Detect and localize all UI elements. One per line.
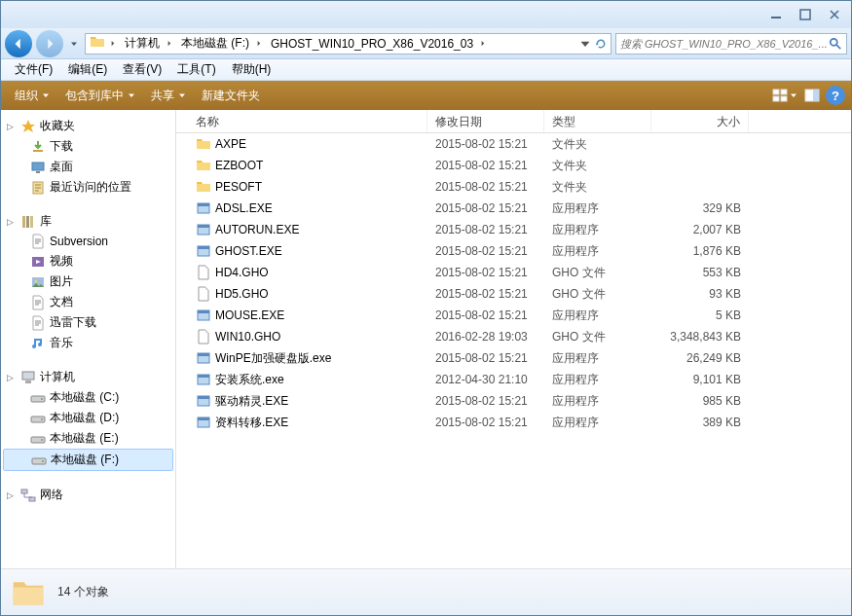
column-name[interactable]: 名称 [176, 110, 427, 132]
maximize-button[interactable] [793, 6, 818, 23]
file-row[interactable]: AXPE2015-08-02 15:21文件夹 [176, 133, 851, 155]
minimize-button[interactable] [763, 6, 789, 23]
file-date: 2015-08-02 15:21 [427, 266, 544, 279]
library-icon [20, 214, 36, 230]
sidebar-item-desktop[interactable]: 桌面 [3, 157, 173, 177]
file-type: 应用程序 [544, 350, 651, 367]
file-type: GHO 文件 [544, 329, 651, 345]
file-row[interactable]: 驱动精灵.EXE2015-08-02 15:21应用程序985 KB [176, 390, 851, 412]
column-date[interactable]: 修改日期 [427, 110, 544, 132]
column-type[interactable]: 类型 [544, 110, 651, 132]
sidebar-item-thunder[interactable]: 迅雷下载 [3, 312, 173, 333]
breadcrumb-segment[interactable]: 计算机 [119, 34, 162, 54]
status-text: 14 个对象 [57, 584, 109, 600]
address-bar[interactable]: 计算机 本地磁盘 (F:) GHOST_WIN10_PRO_X86_V2016_… [85, 33, 611, 54]
file-type: 文件夹 [544, 158, 651, 174]
file-size: 93 KB [651, 287, 749, 301]
recent-icon [30, 180, 46, 196]
sidebar-item-videos[interactable]: 视频 [3, 251, 173, 272]
include-library-button[interactable]: 包含到库中 [57, 84, 143, 108]
doc-icon [30, 295, 46, 310]
sidebar-item-drive-d[interactable]: 本地磁盘 (D:) [3, 408, 173, 428]
share-button[interactable]: 共享 [143, 84, 194, 108]
file-type: GHO 文件 [544, 286, 651, 303]
file-size: 553 KB [651, 266, 749, 279]
file-size: 329 KB [651, 201, 749, 215]
breadcrumb-label: 计算机 [125, 35, 160, 52]
breadcrumb-segment[interactable]: 本地磁盘 (F:) [175, 34, 251, 54]
file-name: ADSL.EXE [215, 201, 273, 215]
file-date: 2015-08-02 15:21 [427, 159, 544, 172]
navigation-pane: ▷收藏夹 下载 桌面 最近访问的位置 ▷库 Subversion 视频 图片 文… [1, 110, 176, 568]
menu-edit[interactable]: 编辑(E) [60, 59, 115, 80]
history-dropdown[interactable] [67, 34, 81, 54]
file-row[interactable]: GHOST.EXE2015-08-02 15:21应用程序1,876 KB [176, 240, 851, 262]
sidebar-item-pictures[interactable]: 图片 [3, 272, 173, 292]
file-date: 2015-08-02 15:21 [427, 201, 544, 215]
column-size[interactable]: 大小 [651, 110, 749, 132]
help-button[interactable]: ? [826, 86, 845, 105]
video-icon [30, 254, 46, 270]
file-row[interactable]: ADSL.EXE2015-08-02 15:21应用程序329 KB [176, 198, 851, 219]
view-options-button[interactable] [771, 84, 798, 107]
sidebar-item-subversion[interactable]: Subversion [3, 232, 173, 251]
group-label: 收藏夹 [40, 118, 75, 134]
menu-help[interactable]: 帮助(H) [224, 59, 279, 80]
new-folder-button[interactable]: 新建文件夹 [194, 84, 268, 108]
file-size: 5 KB [651, 308, 749, 322]
back-button[interactable] [5, 30, 32, 57]
menu-tools[interactable]: 工具(T) [169, 59, 223, 80]
file-name: EZBOOT [215, 159, 263, 172]
file-row[interactable]: EZBOOT2015-08-02 15:21文件夹 [176, 155, 851, 176]
file-name: 资料转移.EXE [215, 415, 288, 431]
menu-view[interactable]: 查看(V) [115, 59, 169, 80]
sidebar-item-downloads[interactable]: 下载 [3, 136, 173, 157]
file-row[interactable]: WIN10.GHO2016-02-28 19:03GHO 文件3,348,843… [176, 326, 851, 347]
status-bar: 14 个对象 [1, 568, 851, 615]
doc-icon [30, 315, 46, 331]
computer-group[interactable]: ▷计算机 [3, 367, 173, 387]
column-headers: 名称 修改日期 类型 大小 [176, 110, 851, 133]
file-row[interactable]: WinPE加强硬盘版.exe2015-08-02 15:21应用程序26,249… [176, 347, 851, 369]
file-row[interactable]: HD5.GHO2015-08-02 15:21GHO 文件93 KB [176, 283, 851, 305]
sidebar-item-drive-f[interactable]: 本地磁盘 (F:) [3, 449, 173, 471]
file-date: 2015-08-02 15:21 [427, 394, 544, 408]
search-box[interactable] [615, 33, 847, 54]
forward-button[interactable] [36, 30, 63, 57]
file-icon [196, 265, 211, 280]
libraries-group[interactable]: ▷库 [3, 211, 173, 232]
preview-pane-button[interactable] [798, 84, 826, 107]
search-input[interactable] [620, 38, 829, 50]
computer-icon [20, 370, 36, 385]
file-row[interactable]: 安装系统.exe2012-04-30 21:10应用程序9,101 KB [176, 369, 851, 390]
favorites-group[interactable]: ▷收藏夹 [3, 116, 173, 136]
drive-icon [30, 431, 46, 447]
file-row[interactable]: HD4.GHO2015-08-02 15:21GHO 文件553 KB [176, 262, 851, 283]
sidebar-item-documents[interactable]: 文档 [3, 292, 173, 312]
sidebar-item-drive-c[interactable]: 本地磁盘 (C:) [3, 387, 173, 408]
dropdown-icon[interactable] [579, 38, 591, 50]
file-size: 26,249 KB [651, 351, 749, 365]
file-size: 3,348,843 KB [651, 330, 749, 344]
file-row[interactable]: PESOFT2015-08-02 15:21文件夹 [176, 176, 851, 198]
group-label: 库 [40, 213, 52, 230]
network-group[interactable]: ▷网络 [3, 485, 173, 505]
group-label: 网络 [40, 487, 63, 503]
file-icon [196, 350, 211, 366]
organize-button[interactable]: 组织 [7, 84, 57, 108]
close-button[interactable] [822, 6, 847, 23]
refresh-icon[interactable] [595, 38, 607, 50]
file-row[interactable]: 资料转移.EXE2015-08-02 15:21应用程序389 KB [176, 412, 851, 433]
drive-icon [30, 390, 46, 406]
file-name: 驱动精灵.EXE [215, 393, 288, 410]
sidebar-item-drive-e[interactable]: 本地磁盘 (E:) [3, 428, 173, 449]
file-icon [196, 179, 211, 195]
breadcrumb-segment[interactable]: GHOST_WIN10_PRO_X86_V2016_03 [265, 34, 475, 54]
file-icon [196, 222, 211, 237]
search-icon[interactable] [829, 37, 842, 51]
menu-file[interactable]: 文件(F) [7, 59, 60, 80]
file-row[interactable]: AUTORUN.EXE2015-08-02 15:21应用程序2,007 KB [176, 219, 851, 240]
file-row[interactable]: MOUSE.EXE2015-08-02 15:21应用程序5 KB [176, 305, 851, 326]
sidebar-item-music[interactable]: 音乐 [3, 333, 173, 353]
sidebar-item-recent[interactable]: 最近访问的位置 [3, 177, 173, 198]
